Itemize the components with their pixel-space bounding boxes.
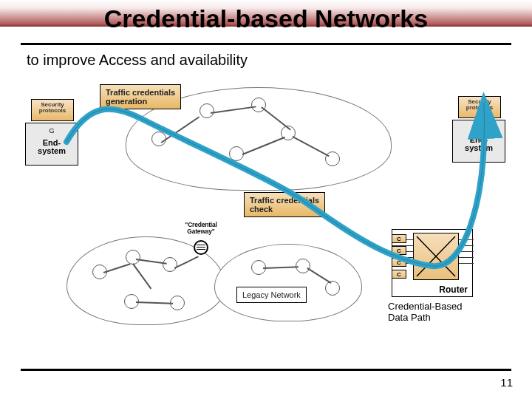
node-icon	[200, 103, 214, 118]
security-protocols-box-right: Security protocols	[458, 96, 501, 118]
node-icon	[325, 281, 340, 296]
divider-top	[21, 43, 511, 45]
end-system-label: End- system	[453, 136, 505, 152]
credential-badge: C	[392, 270, 406, 279]
end-system-box-left: G End- system	[25, 123, 78, 166]
traffic-check-label: Traffic credentials check	[244, 192, 325, 217]
slide: Credential-based Networks to improve Acc…	[0, 0, 532, 399]
slide-title: Credential-based Networks	[0, 4, 532, 33]
legacy-network-cloud	[214, 244, 362, 321]
credential-gateway-node-icon	[194, 240, 208, 255]
end-system-label: End- system	[26, 139, 78, 155]
router-label: Router	[392, 284, 472, 295]
credential-badge: C	[392, 234, 406, 243]
diagram-canvas: Security protocols G End- system Securit…	[30, 74, 502, 340]
divider-bottom	[21, 369, 511, 371]
slide-subtitle: to improve Access and availability	[27, 52, 248, 69]
end-system-box-right: G End- system	[452, 120, 505, 163]
end-system-g-label: G	[453, 125, 505, 132]
credential-based-data-path-label: Credential-BasedData Path	[388, 301, 491, 324]
traffic-generation-label: Traffic credentials generation	[100, 84, 181, 109]
node-icon	[163, 257, 177, 272]
node-icon	[126, 250, 140, 265]
credential-badge: C	[392, 258, 406, 267]
legacy-network-label: Legacy Network	[236, 287, 307, 303]
router-switch-icon	[413, 233, 459, 280]
node-icon	[251, 98, 266, 112]
page-number: 11	[500, 376, 513, 389]
security-protocols-box-left: Security protocols	[31, 99, 74, 121]
credential-gateway-label: "Credential Gateway"	[180, 222, 222, 234]
router-box: C C C C Router	[392, 229, 473, 297]
end-system-g-label: G	[26, 128, 78, 134]
credential-badge: C	[392, 246, 406, 255]
